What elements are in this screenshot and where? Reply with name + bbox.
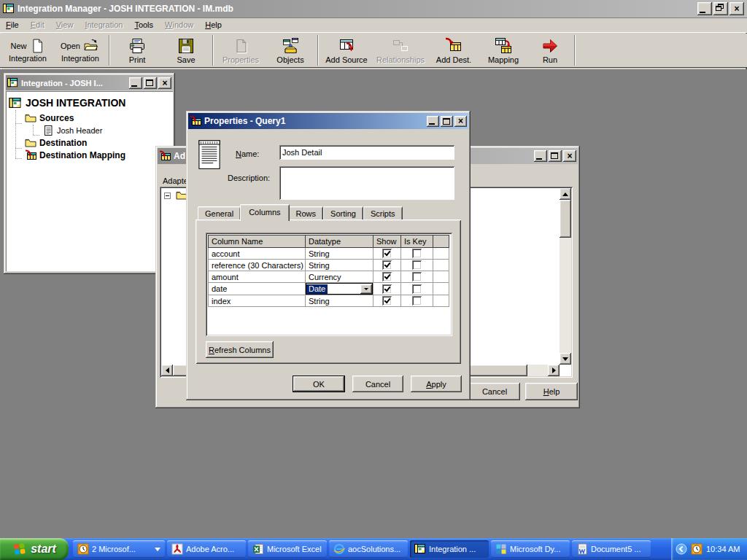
close-button[interactable]: × bbox=[729, 2, 744, 15]
task-adobe-acrobat[interactable]: Adobe Acro... bbox=[167, 540, 246, 558]
show-checkbox[interactable] bbox=[382, 260, 392, 270]
task-microsoft-dynamics[interactable]: Microsoft Dy... bbox=[491, 540, 570, 558]
task-integration-manager[interactable]: Integration ... bbox=[410, 540, 489, 558]
datatype-combobox[interactable]: Date bbox=[306, 283, 373, 295]
menu-view[interactable]: View bbox=[50, 18, 80, 31]
tree-node-josh-header[interactable]: Josh Header bbox=[6, 124, 173, 136]
show-checkbox[interactable] bbox=[382, 249, 392, 258]
group-expand-arrow-icon[interactable] bbox=[155, 548, 160, 554]
vertical-scrollbar[interactable] bbox=[560, 188, 571, 365]
scroll-down-button[interactable] bbox=[560, 353, 571, 365]
restore-button[interactable] bbox=[713, 2, 728, 15]
start-button[interactable]: start bbox=[0, 538, 69, 560]
show-checkbox[interactable] bbox=[382, 272, 392, 281]
scrollbar-thumb[interactable] bbox=[560, 200, 571, 238]
add-source-button[interactable]: Add Source bbox=[321, 34, 372, 67]
objects-button[interactable]: Objects bbox=[266, 34, 315, 67]
maximize-button[interactable] bbox=[441, 116, 453, 127]
task-microsoft-group[interactable]: 2 Microsof... bbox=[73, 540, 165, 558]
show-checkbox[interactable] bbox=[382, 284, 392, 294]
minimize-button[interactable] bbox=[129, 77, 142, 89]
is-key-checkbox[interactable] bbox=[412, 249, 422, 258]
menu-help[interactable]: Help bbox=[199, 18, 228, 31]
task-aocsolutions[interactable]: aocSolutions... bbox=[329, 540, 408, 558]
menu-edit[interactable]: Edit bbox=[25, 18, 50, 31]
apply-button[interactable]: Apply bbox=[411, 376, 462, 392]
relationships-button[interactable]: Relationships bbox=[372, 34, 429, 67]
open-integration-button[interactable]: Open Integration bbox=[54, 34, 107, 67]
tab-scripts[interactable]: Scripts bbox=[363, 206, 403, 220]
column-name-cell[interactable]: reference (30 Characters) bbox=[209, 260, 306, 271]
column-name-cell[interactable]: date bbox=[209, 283, 306, 295]
menu-file[interactable]: File bbox=[0, 18, 25, 31]
close-button[interactable]: × bbox=[454, 116, 467, 127]
is-key-checkbox-cell[interactable] bbox=[401, 271, 433, 283]
close-button[interactable]: × bbox=[563, 150, 576, 162]
tab-sorting[interactable]: Sorting bbox=[323, 206, 363, 220]
print-button[interactable]: Print bbox=[112, 34, 162, 67]
is-key-checkbox-cell[interactable] bbox=[401, 248, 433, 260]
tree-node-sources[interactable]: Sources bbox=[6, 112, 173, 124]
menu-window[interactable]: Window bbox=[159, 18, 199, 31]
tree-window-titlebar[interactable]: Integration - JOSH I... × bbox=[6, 75, 173, 90]
datatype-cell[interactable]: String bbox=[306, 248, 374, 260]
run-button[interactable]: Run bbox=[528, 34, 572, 67]
collapse-chevron-icon[interactable] bbox=[676, 543, 687, 555]
grid-header-datatype[interactable]: Datatype bbox=[306, 236, 374, 248]
minimize-button[interactable] bbox=[427, 116, 439, 127]
adapter-cancel-button[interactable]: Cancel bbox=[469, 383, 520, 400]
tree-node-root[interactable]: JOSH INTEGRATION bbox=[6, 94, 173, 112]
is-key-checkbox[interactable] bbox=[412, 260, 422, 270]
tab-columns[interactable]: Columns bbox=[240, 204, 289, 221]
show-checkbox-cell[interactable] bbox=[374, 295, 401, 307]
mapping-button[interactable]: Mapping bbox=[479, 34, 528, 67]
cancel-button[interactable]: Cancel bbox=[352, 376, 403, 392]
show-checkbox-cell[interactable] bbox=[374, 260, 401, 271]
scroll-up-button[interactable] bbox=[560, 188, 571, 200]
tree-expand-minus-icon[interactable] bbox=[164, 192, 171, 199]
is-key-checkbox-cell[interactable] bbox=[401, 295, 433, 307]
refresh-columns-button[interactable]: Refresh Columns bbox=[206, 341, 274, 358]
show-checkbox[interactable] bbox=[382, 296, 392, 306]
datatype-cell-editing[interactable]: Date bbox=[306, 283, 374, 295]
adapter-help-button[interactable]: Help bbox=[525, 383, 578, 400]
maximize-button[interactable] bbox=[144, 77, 157, 89]
grid-header-is-key[interactable]: Is Key bbox=[401, 236, 433, 248]
combo-dropdown-button[interactable] bbox=[360, 284, 372, 294]
add-dest-button[interactable]: Add Dest. bbox=[429, 34, 479, 67]
new-integration-button[interactable]: New Integration bbox=[1, 34, 54, 67]
task-microsoft-excel[interactable]: Microsoft Excel bbox=[248, 540, 327, 558]
minimize-button[interactable] bbox=[697, 2, 712, 15]
tree-node-destination-mapping[interactable]: Destination Mapping bbox=[6, 149, 173, 161]
scroll-left-button[interactable] bbox=[161, 365, 173, 376]
is-key-checkbox-cell[interactable] bbox=[401, 283, 433, 295]
show-checkbox-cell[interactable] bbox=[374, 283, 401, 295]
is-key-checkbox-cell[interactable] bbox=[401, 260, 433, 271]
tab-general[interactable]: General bbox=[198, 206, 241, 220]
ok-button[interactable]: OK bbox=[293, 376, 345, 392]
menu-integration[interactable]: Integration bbox=[79, 18, 128, 31]
column-name-cell[interactable]: index bbox=[209, 295, 306, 307]
main-titlebar[interactable]: Integration Manager - JOSH INTEGRATION -… bbox=[0, 0, 747, 18]
tray-clock-icon[interactable] bbox=[691, 543, 703, 555]
datatype-cell[interactable]: String bbox=[306, 295, 374, 307]
save-button[interactable]: Save bbox=[162, 34, 210, 67]
properties-button[interactable]: Properties bbox=[216, 34, 266, 67]
dialog-titlebar[interactable]: Properties - Query1 × bbox=[188, 113, 468, 129]
name-input[interactable] bbox=[279, 145, 454, 160]
close-button[interactable]: × bbox=[158, 77, 171, 89]
maximize-button[interactable] bbox=[549, 150, 562, 162]
minimize-button[interactable] bbox=[534, 150, 547, 162]
column-name-cell[interactable]: account bbox=[209, 248, 306, 260]
is-key-checkbox[interactable] bbox=[412, 272, 422, 281]
column-name-cell[interactable]: amount bbox=[209, 271, 306, 283]
grid-header-column-name[interactable]: Column Name bbox=[209, 236, 306, 248]
is-key-checkbox[interactable] bbox=[412, 296, 422, 306]
task-document5[interactable]: Document5 ... bbox=[572, 540, 651, 558]
scroll-right-button[interactable] bbox=[548, 365, 560, 376]
menu-tools[interactable]: Tools bbox=[128, 18, 159, 31]
grid-header-show[interactable]: Show bbox=[374, 236, 401, 248]
description-input[interactable] bbox=[279, 166, 454, 200]
datatype-cell[interactable]: String bbox=[306, 260, 374, 271]
show-checkbox-cell[interactable] bbox=[374, 271, 401, 283]
